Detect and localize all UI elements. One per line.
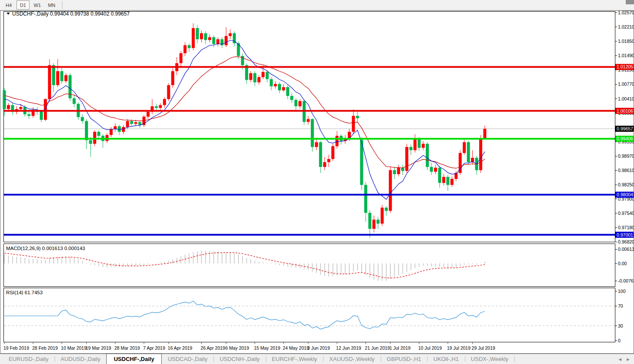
candle-up [192, 28, 195, 48]
tab-gbpusd-h1[interactable]: GBPUSD-,H1 [381, 354, 427, 364]
candle-up [327, 159, 330, 162]
candle-up [315, 142, 318, 147]
price-tick-label: 1.02570 [618, 10, 634, 15]
tab-eurchf-weekly[interactable]: EURCHF-,Weekly [266, 354, 324, 364]
candle-down [311, 119, 314, 147]
tab-scroll-left-icon[interactable]: ◄ [618, 357, 622, 362]
candle-up [208, 37, 211, 40]
candle-up [414, 139, 417, 150]
price-tick-label: 0.98610 [618, 168, 634, 173]
candle-up [274, 84, 277, 87]
date-label: 3 Jun 2019 [307, 345, 330, 351]
candle-up [216, 39, 219, 44]
candle-up [442, 177, 445, 183]
candle-down [196, 28, 199, 39]
tab-xauusd-weekly[interactable]: XAUUSD-,Weekly [323, 354, 381, 364]
candle-down [52, 65, 55, 85]
level-price-text: 1.01205 [617, 64, 633, 69]
candle-up [7, 105, 10, 109]
candle-up [200, 33, 203, 39]
candle-up [229, 33, 232, 36]
main-panel [4, 12, 615, 242]
rsi-panel [4, 288, 615, 342]
candle-up [373, 220, 376, 229]
candle-up [282, 87, 285, 90]
candle-up [422, 144, 425, 148]
candle-up [463, 142, 466, 153]
candle-up [122, 127, 125, 132]
candle-down [89, 140, 92, 144]
candle-up [434, 168, 437, 172]
candle-down [69, 75, 72, 98]
candle-up [65, 75, 68, 81]
tab-audusd-daily[interactable]: AUDUSD-,Daily [55, 354, 107, 364]
chart-canvas[interactable]: 1.025701.022101.018501.014901.011301.007… [0, 0, 634, 354]
rsi-tick-label: 30 [618, 323, 623, 328]
tab-usdcad-daily[interactable]: USDCAD-,Daily [162, 354, 214, 364]
candle-up [389, 170, 392, 211]
tab-usdchf-daily[interactable]: USDCHF-,Daily [106, 354, 161, 364]
candle-down [266, 72, 269, 79]
candle-up [183, 45, 186, 53]
candle-down [85, 121, 88, 140]
price-tick-label: 1.00770 [618, 81, 634, 87]
rsi-tick-label: 100 [618, 289, 626, 294]
level-price-text: 0.99406 [617, 136, 633, 141]
candle-down [40, 112, 43, 120]
candle-down [3, 90, 6, 109]
tab-ukoil-h1[interactable]: UKOil-,H1 [427, 354, 465, 364]
macd-tick-label: -0.00761 [618, 278, 634, 283]
date-label: 6 May 2019 [225, 345, 249, 351]
candle-down [130, 121, 133, 124]
tab-eurusd-daily[interactable]: EURUSD-,Daily [3, 354, 55, 364]
macd-panel [4, 244, 615, 287]
candle-up [258, 77, 261, 82]
candle-down [319, 142, 322, 167]
candle-down [204, 33, 207, 40]
date-label: 19 Feb 2019 [3, 345, 29, 351]
candle-up [19, 107, 22, 109]
candle-up [225, 36, 228, 45]
candle-down [188, 45, 191, 48]
candle-up [261, 72, 265, 77]
candle-down [118, 126, 121, 132]
candle-up [479, 139, 482, 170]
candle-down [81, 117, 84, 121]
date-label: 24 May 2019 [283, 345, 309, 351]
candle-up [307, 119, 310, 122]
tab-usdx-weekly[interactable]: USDX-,Weekly [465, 354, 514, 364]
candle-up [451, 179, 454, 185]
tab-scroll-right-icon[interactable]: ► [626, 357, 631, 362]
macd-tick-label: 0.00 [618, 261, 627, 266]
macd-label: MACD(12,26,9) 0.001613 0.000143 [6, 246, 85, 251]
candle-up [405, 147, 409, 171]
current-price-text: 0.99657 [617, 126, 633, 131]
candle-down [60, 71, 63, 81]
candle-down [401, 168, 404, 171]
candle-up [44, 99, 47, 120]
price-tick-label: 1.01850 [618, 39, 634, 44]
date-label: 26 Apr 2019 [201, 345, 225, 351]
candle-down [418, 139, 421, 148]
candle-down [409, 147, 412, 150]
tab-usdcnh-daily[interactable]: USDCNH-,Daily [213, 354, 265, 364]
price-tick-label: 1.02210 [618, 24, 634, 29]
candle-up [298, 101, 301, 106]
candle-up [323, 162, 326, 167]
trading-platform-window: { "toolbar": { "timeframes": [ {"label":… [0, 0, 634, 364]
level-price-text: 1.00106 [617, 108, 633, 114]
candle-up [381, 208, 384, 224]
candle-down [438, 168, 441, 183]
rsi-tick-label: 0 [618, 338, 621, 343]
candle-up [459, 153, 462, 173]
tab-scroll-arrows: ◄ ► [618, 354, 634, 364]
candle-down [426, 144, 429, 167]
candle-up [352, 116, 355, 132]
candle-up [483, 129, 486, 139]
date-label: 10 Mar 2019 [61, 345, 87, 351]
chart-title: USDCHF-,Daily 0.99404 0.99738 0.99402 0.… [12, 11, 130, 17]
date-label: 19 Mar 2019 [85, 345, 111, 351]
candle-down [286, 87, 289, 96]
rsi-tick-label: 70 [618, 303, 623, 309]
price-tick-label: 0.98970 [618, 153, 634, 159]
